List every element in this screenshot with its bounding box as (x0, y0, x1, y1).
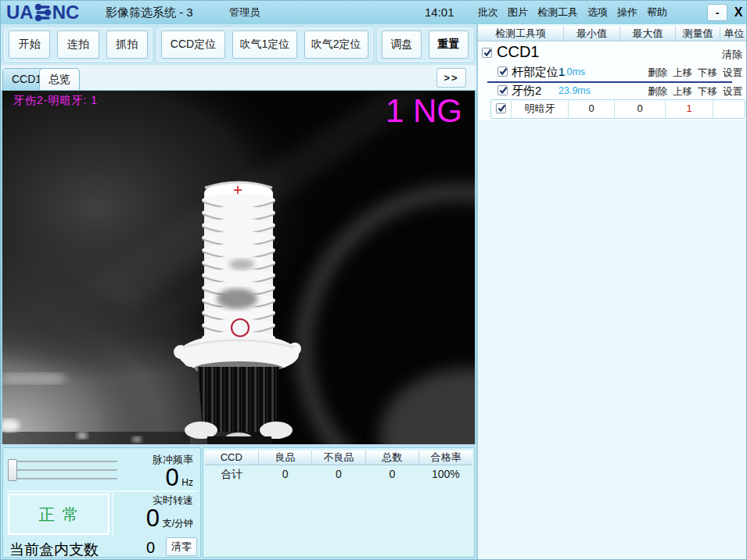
clock-label: 14:01 (425, 1, 454, 24)
stats-total-row: 合计 0 0 0 100% (205, 467, 472, 483)
ccd-position-button[interactable]: CCD定位 (161, 31, 225, 59)
col-measured: 测量值 (676, 27, 720, 41)
check-icon (497, 103, 507, 113)
clear-count-button[interactable]: 清零 (166, 537, 197, 556)
window-title: 影像筛选系统 - 3 (106, 1, 193, 24)
bottom-strip: 脉冲频率 0 Hz 正常 实时转速 0 支/分钟 当前盒内支数 0 清零 CCD (1, 444, 476, 560)
measurement-subtable: 明暗牙 0 0 1 (490, 99, 745, 119)
menu-options[interactable]: 选项 (587, 5, 608, 20)
tool-actions: 删除 上移 下移 设置 (648, 85, 742, 99)
tool-checkbox[interactable] (497, 66, 508, 77)
stats-total-value: 0 (365, 467, 418, 483)
menu-batch[interactable]: 批次 (478, 5, 498, 20)
settings-link[interactable]: 设置 (723, 85, 742, 99)
ccd1-group-label: CCD1 (497, 43, 539, 61)
menu-help[interactable]: 帮助 (647, 5, 667, 20)
blow2-position-button[interactable]: 吹气2定位 (304, 31, 368, 59)
minimize-button[interactable]: - (707, 4, 727, 21)
selection-divider (487, 81, 732, 83)
realtime-speed-value: 0 支/分钟 (146, 504, 193, 533)
col-unit: 单位 (720, 27, 747, 41)
menu-image[interactable]: 图片 (508, 5, 528, 20)
start-button[interactable]: 开始 (9, 31, 50, 59)
pulse-frequency-value: 0 Hz (165, 464, 193, 492)
measure-unit-cell (713, 100, 745, 118)
tool-table-header: 检测工具项 最小值 最大值 测量值 单位 (478, 27, 747, 41)
stats-col-bad: 不良品 (312, 451, 366, 465)
measure-max-cell: 0 (615, 100, 666, 118)
stats-col-good: 良品 (259, 451, 313, 465)
slider-thumb[interactable] (8, 459, 17, 481)
delete-link[interactable]: 删除 (648, 66, 667, 80)
tool-name-label: 杆部定位1 (512, 65, 565, 80)
logo-molecule-icon (34, 4, 52, 21)
current-box-count-value: 0 (146, 539, 155, 557)
ccd1-checkbox[interactable] (482, 48, 492, 58)
continuous-shot-button[interactable]: 连拍 (57, 31, 99, 59)
measure-name-cell: 明暗牙 (512, 100, 569, 118)
measure-checkbox[interactable] (496, 103, 506, 113)
camera-image (2, 91, 475, 444)
tool-checkbox[interactable] (497, 85, 508, 95)
col-tool-item: 检测工具项 (478, 27, 564, 41)
stats-col-ccd: CCD (205, 451, 259, 465)
view-tab-bar: CCD1 总览 >> (1, 65, 476, 91)
delete-link[interactable]: 删除 (648, 85, 667, 99)
status-panel: 脉冲频率 0 Hz 正常 实时转速 0 支/分钟 当前盒内支数 0 清零 (2, 447, 201, 558)
menu-bar: 批次 图片 检测工具 选项 操作 帮助 (478, 1, 667, 24)
snapshot-button[interactable]: 抓拍 (106, 31, 148, 59)
realtime-speed-number: 0 (146, 504, 160, 532)
toolbar-group-capture: 开始 连拍 抓拍 (4, 27, 153, 62)
settings-link[interactable]: 设置 (723, 66, 742, 80)
measure-checkbox-cell (491, 100, 512, 118)
divider (7, 490, 198, 492)
menu-operation[interactable]: 操作 (617, 5, 637, 20)
close-button[interactable]: X (731, 4, 746, 21)
machine-state-box: 正常 (8, 494, 110, 535)
col-max-value: 最大值 (620, 27, 676, 41)
tool-row-thread-damage[interactable]: 牙伤2 23.9ms 删除 上移 下移 设置 (478, 81, 747, 98)
toolbar: 开始 连拍 抓拍 CCD定位 吹气1定位 吹气2定位 调盘 重置 (1, 24, 476, 65)
tool-exec-time: 23.9ms (558, 85, 591, 96)
blow1-position-button[interactable]: 吹气1定位 (232, 31, 296, 59)
inspection-tool-panel: 检测工具项 最小值 最大值 测量值 单位 CCD1 清除 杆部定位1 1.0ms (476, 24, 747, 560)
slider-track-line (9, 461, 117, 462)
slider-track-line (9, 478, 117, 479)
toolbar-group-misc: 调盘 重置 (377, 27, 473, 62)
machine-state-label: 正常 (32, 504, 86, 526)
ccd1-group-row: CCD1 清除 (478, 41, 747, 63)
stats-total-label: 合计 (205, 467, 258, 483)
move-down-link[interactable]: 下移 (698, 66, 717, 80)
stats-panel: CCD 良品 不良品 总数 合格率 合计 0 0 0 100% (203, 447, 475, 558)
tab-overview[interactable]: 总览 (39, 68, 80, 90)
stats-good-value: 0 (258, 467, 311, 483)
logo-text-right: NC (52, 2, 80, 23)
pulse-frequency-number: 0 (165, 464, 178, 491)
expand-panel-button[interactable]: >> (436, 68, 466, 88)
menu-inspection-tools[interactable]: 检测工具 (537, 5, 578, 20)
title-bar: UA NC 影像筛选系统 - 3 管理员 14:01 批次 图片 检测工具 选项… (1, 1, 747, 24)
col-min-value: 最小值 (564, 27, 620, 41)
stats-rate-value: 100% (419, 467, 472, 483)
camera-view[interactable]: 牙伤2-明暗牙: 1 1 NG (1, 91, 476, 444)
move-up-link[interactable]: 上移 (673, 85, 692, 99)
move-up-link[interactable]: 上移 (673, 66, 692, 80)
measure-value-cell: 1 (666, 100, 713, 118)
tool-exec-time: 1.0ms (558, 66, 585, 77)
pulse-frequency-slider[interactable] (8, 458, 120, 484)
clear-results-link[interactable]: 清除 (722, 48, 742, 62)
move-down-link[interactable]: 下移 (698, 85, 717, 99)
stats-table-header: CCD 良品 不良品 总数 合格率 (205, 451, 472, 465)
reset-button[interactable]: 重置 (429, 31, 469, 59)
adjust-plate-button[interactable]: 调盘 (382, 31, 422, 59)
current-user-label: 管理员 (229, 1, 260, 24)
divider (112, 493, 113, 536)
app-logo: UA NC (6, 2, 79, 23)
realtime-speed-unit: 支/分钟 (163, 518, 193, 529)
logo-text-left: UA (6, 2, 34, 23)
pulse-frequency-unit: Hz (181, 477, 193, 488)
slider-track-line (9, 469, 117, 471)
tool-row-rod-positioning[interactable]: 杆部定位1 1.0ms 删除 上移 下移 设置 (478, 63, 747, 81)
defect-annotation: 牙伤2-明暗牙: 1 (13, 94, 98, 108)
check-icon (498, 85, 508, 95)
